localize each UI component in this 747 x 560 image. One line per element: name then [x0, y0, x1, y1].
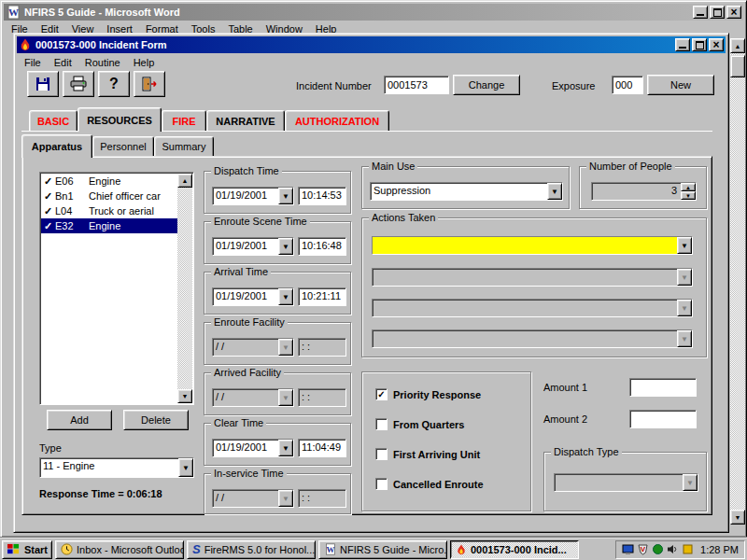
dialog-minimize-button[interactable]: [675, 38, 690, 51]
group-arrival-time: Arrival Time 01/19/2001 ▼ 10:21:11: [204, 272, 351, 315]
people-spinner[interactable]: 3 ▲ ▼: [591, 182, 697, 201]
menu-item[interactable]: Help: [127, 55, 162, 70]
taskbar-task-outlook[interactable]: Inbox - Microsoft Outlook: [55, 540, 184, 559]
word-vertical-scrollbar[interactable]: ▲ ▼: [730, 38, 745, 525]
dispatch-date-input[interactable]: 01/19/2001 ▼: [212, 187, 294, 205]
checkbox-first-arriving-unit[interactable]: First Arriving Unit: [375, 448, 480, 460]
windows-logo-icon: [7, 543, 21, 555]
tray-status-icon[interactable]: [652, 543, 664, 555]
tab-narrative[interactable]: NARRATIVE: [206, 110, 285, 131]
dropdown-arrow-icon[interactable]: ▼: [278, 238, 293, 255]
word-maximize-button[interactable]: [710, 6, 725, 19]
word-app-icon: W: [6, 5, 21, 20]
dialog-close-button[interactable]: ×: [709, 38, 724, 51]
amount1-input[interactable]: [629, 378, 697, 397]
exit-button[interactable]: [134, 71, 165, 97]
taskbar-task-firerms[interactable]: S FireRMS 5.0 for Honol...: [187, 540, 316, 559]
dispatch-time-input[interactable]: 10:14:53: [298, 187, 346, 205]
printer-icon: [69, 76, 88, 92]
actions-taken-combobox-1[interactable]: ▼: [372, 236, 693, 255]
spin-down-icon[interactable]: ▼: [681, 191, 696, 200]
spin-up-icon[interactable]: ▲: [681, 183, 696, 191]
list-item-selected[interactable]: ✓ E32 Engine: [41, 218, 177, 233]
checkbox-priority-response[interactable]: ✓ Priority Response: [375, 388, 481, 400]
check-icon: ✓: [41, 175, 55, 188]
dropdown-arrow-icon[interactable]: ▼: [278, 288, 293, 305]
tab-basic[interactable]: BASIC: [29, 110, 78, 131]
tab-apparatus[interactable]: Apparatus: [21, 134, 92, 158]
menu-item[interactable]: Routine: [78, 55, 127, 70]
apparatus-list: ✓ E06 Engine ✓ Bn1 Chief officer car ✓ L…: [39, 172, 194, 405]
checkbox-cancelled-enroute[interactable]: Cancelled Enroute: [375, 478, 484, 490]
word-minimize-button[interactable]: [693, 6, 708, 19]
clear-date-input[interactable]: 01/19/2001 ▼: [212, 439, 294, 457]
menu-item[interactable]: File: [18, 55, 48, 70]
dialog-maximize-button[interactable]: [692, 38, 707, 51]
help-button[interactable]: ?: [98, 71, 130, 97]
checkbox-icon[interactable]: [375, 418, 388, 430]
enroute-facility-time-input: : :: [298, 338, 346, 357]
check-icon: ✓: [41, 190, 55, 203]
arrival-time-input[interactable]: 10:21:11: [298, 287, 346, 306]
tab-resources[interactable]: RESOURCES: [78, 107, 162, 132]
incident-number-label: Incident Number: [296, 80, 372, 91]
start-button[interactable]: Start: [2, 540, 52, 559]
checkbox-icon[interactable]: ✓: [375, 388, 388, 400]
incident-number-input[interactable]: [384, 76, 449, 94]
save-icon: [35, 76, 51, 92]
volume-icon[interactable]: [667, 543, 679, 555]
scroll-up-icon[interactable]: ▲: [177, 174, 192, 188]
clear-time-input[interactable]: 11:04:49: [298, 439, 346, 457]
tab-fire[interactable]: FIRE: [162, 110, 206, 131]
main-use-combobox[interactable]: Suppression ▼: [370, 182, 563, 201]
list-scrollbar[interactable]: ▲ ▼: [177, 174, 192, 403]
type-label: Type: [39, 442, 62, 454]
dropdown-arrow-icon[interactable]: ▼: [178, 458, 193, 477]
scroll-up-icon[interactable]: ▲: [730, 38, 745, 53]
change-button[interactable]: Change: [453, 75, 520, 95]
enroute-scene-time-input[interactable]: 10:16:48: [298, 237, 346, 256]
dialog-title: 0001573-000 Incident Form: [35, 39, 167, 50]
tab-authorization[interactable]: AUTHORIZATION: [285, 110, 389, 131]
checkbox-from-quarters[interactable]: From Quarters: [375, 418, 464, 430]
amount2-input[interactable]: [629, 410, 697, 428]
checkbox-icon[interactable]: [375, 478, 388, 490]
tab-summary[interactable]: Summary: [154, 136, 214, 156]
save-button[interactable]: [27, 71, 59, 97]
checkbox-icon[interactable]: [375, 448, 388, 460]
group-enroute-scene-time: Enroute Scene Time 01/19/2001 ▼ 10:16:48: [204, 221, 351, 264]
tray-display-icon[interactable]: [622, 543, 634, 555]
tray-antivirus-icon[interactable]: V: [637, 543, 649, 555]
flame-icon: [456, 544, 467, 555]
taskbar-task-word[interactable]: W NFIRS 5 Guide - Micro...: [318, 540, 447, 559]
scroll-down-icon[interactable]: ▼: [177, 389, 192, 403]
add-button[interactable]: Add: [47, 410, 112, 430]
enroute-scene-date-input[interactable]: 01/19/2001 ▼: [212, 237, 294, 256]
dropdown-arrow-icon[interactable]: ▼: [278, 188, 293, 204]
word-close-button[interactable]: ×: [726, 6, 741, 19]
print-button[interactable]: [63, 71, 94, 97]
list-item[interactable]: ✓ L04 Truck or aerial: [41, 203, 177, 218]
group-number-of-people: Number of People 3 ▲ ▼: [579, 166, 707, 209]
tab-personnel[interactable]: Personnel: [92, 136, 154, 156]
delete-button[interactable]: Delete: [123, 410, 189, 430]
dropdown-arrow-icon[interactable]: ▼: [677, 237, 692, 254]
group-clear-time: Clear Time 01/19/2001 ▼ 11:04:49: [204, 423, 351, 466]
exit-door-icon: [140, 76, 159, 92]
group-dispatch-time: Dispatch Time 01/19/2001 ▼ 10:14:53: [204, 171, 351, 214]
taskbar-task-incident-form[interactable]: 0001573-000 Incid...: [450, 540, 579, 559]
scrollbar-thumb[interactable]: [730, 55, 745, 77]
menu-item[interactable]: Edit: [48, 55, 78, 70]
scroll-down-icon[interactable]: ▼: [730, 510, 745, 525]
outlook-clock-icon: [61, 543, 73, 555]
amount1-label: Amount 1: [543, 382, 587, 393]
list-item[interactable]: ✓ Bn1 Chief officer car: [41, 189, 177, 203]
dropdown-arrow-icon[interactable]: ▼: [278, 440, 293, 456]
arrival-date-input[interactable]: 01/19/2001 ▼: [212, 287, 294, 306]
new-button[interactable]: New: [647, 75, 714, 95]
list-item[interactable]: ✓ E06 Engine: [41, 174, 177, 189]
exposure-input[interactable]: [612, 76, 643, 94]
type-combobox[interactable]: 11 - Engine ▼: [39, 457, 194, 478]
tray-scheduler-icon[interactable]: [682, 543, 694, 555]
dropdown-arrow-icon[interactable]: ▼: [547, 183, 562, 200]
